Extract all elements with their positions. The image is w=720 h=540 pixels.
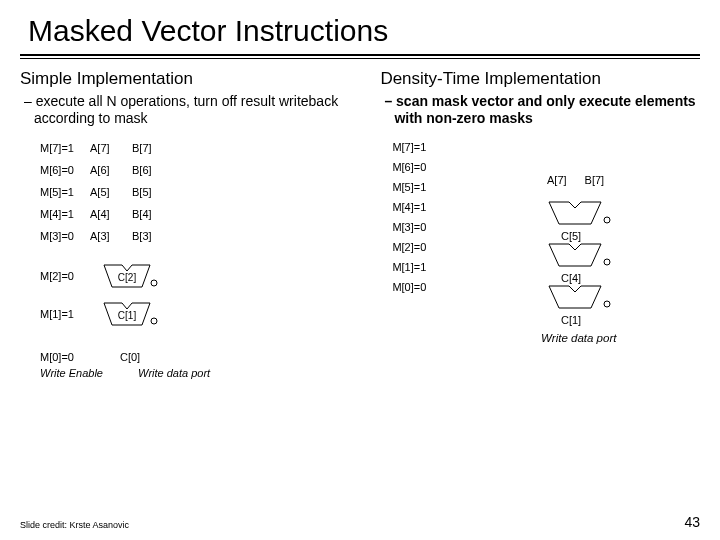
alu-icon: C[1] (102, 301, 152, 327)
mask-cell: M[2]=0 (40, 270, 102, 282)
mask-cell: M[3]=0 (40, 230, 90, 242)
divider (20, 54, 700, 56)
right-compute-stack: A[7] B[7] C[5] C[4] C[1] Write data port (547, 174, 617, 344)
mask-cell: M[3]=0 (392, 221, 452, 233)
left-bullet: – execute all N operations, turn off res… (20, 93, 380, 127)
right-mask-list: M[7]=1 M[6]=0 M[5]=1 M[4]=1 M[3]=0 M[2]=… (380, 137, 700, 297)
a-cell: A[4] (90, 208, 132, 220)
svg-point-7 (604, 259, 610, 265)
svg-marker-4 (549, 202, 601, 224)
slide-title: Masked Vector Instructions (0, 0, 720, 54)
c-label: C[5] (561, 230, 617, 242)
b-cell: B[3] (132, 230, 174, 242)
mask-cell: M[4]=1 (40, 208, 90, 220)
b-cell: B[7] (585, 174, 605, 186)
mask-cell: M[5]=1 (392, 181, 452, 193)
mask-cell: M[5]=1 (40, 186, 90, 198)
left-table: M[7]=1A[7]B[7] M[6]=0A[6]B[6] M[5]=1A[5]… (20, 137, 380, 247)
b-cell: B[5] (132, 186, 174, 198)
b-cell: B[4] (132, 208, 174, 220)
alu-icon (547, 200, 617, 228)
write-data-port-label: Write data port (541, 332, 617, 344)
mask-cell: M[4]=1 (392, 201, 452, 213)
b-cell: B[6] (132, 164, 174, 176)
c-label: C[0] (102, 351, 142, 363)
svg-point-5 (604, 217, 610, 223)
b-cell: B[7] (132, 142, 174, 154)
c-label: C[1] (118, 310, 137, 321)
svg-marker-8 (549, 286, 601, 308)
c-label: C[4] (561, 272, 617, 284)
left-heading: Simple Implementation (20, 69, 380, 89)
svg-marker-6 (549, 244, 601, 266)
mask-cell: M[7]=1 (40, 142, 90, 154)
c-label: C[2] (118, 272, 137, 283)
c-label: C[1] (561, 314, 617, 326)
right-bullet: – scan mask vector and only execute elem… (380, 93, 700, 127)
svg-point-3 (151, 318, 157, 324)
a-cell: A[6] (90, 164, 132, 176)
a-cell: A[3] (90, 230, 132, 242)
mask-cell: M[1]=1 (40, 308, 102, 320)
a-cell: A[7] (547, 174, 567, 186)
a-cell: A[7] (90, 142, 132, 154)
svg-point-1 (151, 280, 157, 286)
mask-cell: M[6]=0 (40, 164, 90, 176)
mask-cell: M[2]=0 (392, 241, 452, 253)
alu-icon: C[2] (102, 263, 152, 289)
mask-cell: M[0]=0 (392, 281, 452, 293)
alu-icon (547, 284, 617, 312)
right-heading: Density-Time Implementation (380, 69, 700, 89)
mask-cell: M[7]=1 (392, 141, 452, 153)
alu-icon (547, 242, 617, 270)
page-number: 43 (684, 514, 700, 530)
mask-cell: M[1]=1 (392, 261, 452, 273)
slide-credit: Slide credit: Krste Asanovic (20, 520, 129, 530)
mask-cell: M[6]=0 (392, 161, 452, 173)
a-cell: A[5] (90, 186, 132, 198)
mask-cell: M[0]=0 (40, 351, 102, 363)
svg-point-9 (604, 301, 610, 307)
